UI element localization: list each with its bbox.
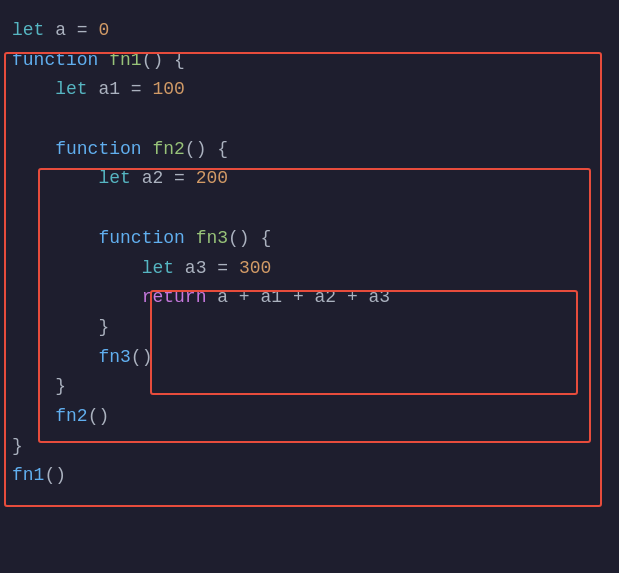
code-line-7 (12, 194, 607, 224)
code-line-10: return a + a1 + a2 + a3 (12, 283, 607, 313)
code-line-4 (12, 105, 607, 135)
code-line-11: } (12, 313, 607, 343)
code-content: let a = 0 function fn1() { let a1 = 100 … (12, 16, 607, 491)
code-line-5: function fn2() { (12, 135, 607, 165)
code-line-14: fn2() (12, 402, 607, 432)
code-line-12: fn3() (12, 343, 607, 373)
code-line-1: let a = 0 (12, 16, 607, 46)
code-line-13: } (12, 372, 607, 402)
code-line-16: fn1() (12, 461, 607, 491)
code-line-8: function fn3() { (12, 224, 607, 254)
code-editor: let a = 0 function fn1() { let a1 = 100 … (0, 0, 619, 573)
code-line-6: let a2 = 200 (12, 164, 607, 194)
code-line-15: } (12, 432, 607, 462)
code-line-2: function fn1() { (12, 46, 607, 76)
code-line-3: let a1 = 100 (12, 75, 607, 105)
code-line-9: let a3 = 300 (12, 254, 607, 284)
